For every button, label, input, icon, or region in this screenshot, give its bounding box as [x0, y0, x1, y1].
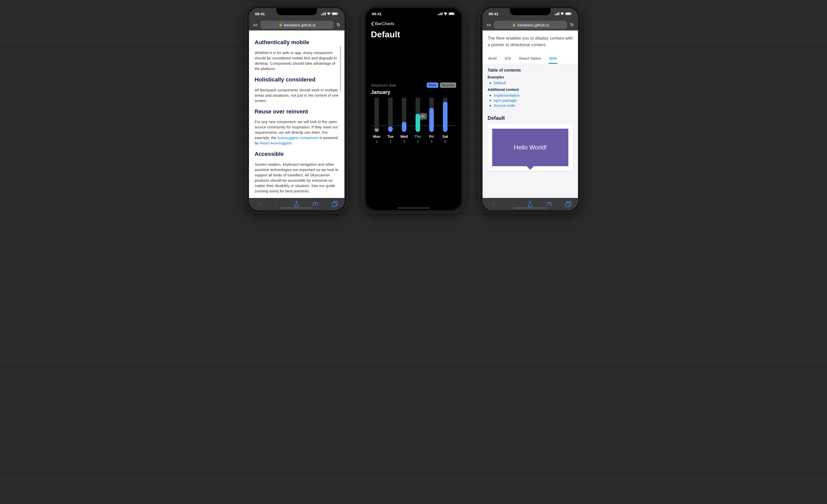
svg-rect-7	[332, 203, 336, 207]
toc-additional-heading: Additional content	[488, 88, 573, 92]
home-indicator[interactable]	[397, 207, 430, 209]
status-bar: 09:41	[366, 8, 461, 19]
svg-rect-22	[566, 203, 570, 207]
toc-link-default[interactable]: Default	[494, 81, 506, 85]
share-icon[interactable]	[294, 201, 299, 207]
url-field[interactable]: 🔒 backpack.github.io	[260, 21, 334, 29]
phone-center: 09:41 BarCharts Default Departure date P…	[363, 5, 464, 213]
bar-wed[interactable]: Wed 3	[400, 98, 408, 143]
heading-accessible: Accessible	[255, 150, 339, 158]
toc-link-implementation[interactable]: Implementation	[494, 93, 520, 97]
battery-icon	[332, 12, 338, 15]
bar-fri[interactable]: Fri 5	[427, 98, 436, 143]
tab-web[interactable]: Web	[548, 54, 557, 64]
platform-tabs: droid iOS React Native Web	[483, 53, 578, 64]
departure-date-label: Departure date	[371, 83, 396, 87]
wifi-icon	[443, 12, 447, 15]
status-bar: 09:41	[483, 8, 578, 19]
page-content: Authentically mobile Whether it is for w…	[249, 31, 344, 198]
bar-sat[interactable]: Sat 6	[441, 98, 449, 143]
bar-label: Sat	[442, 135, 448, 139]
toc-link-npm-package[interactable]: npm package	[494, 98, 517, 103]
forward-button[interactable]: 〉	[275, 200, 281, 208]
svg-rect-3	[325, 12, 326, 15]
bar-date: 3	[403, 140, 405, 143]
svg-rect-6	[338, 13, 338, 14]
svg-rect-9	[439, 13, 440, 15]
bar-label: Tue	[387, 135, 393, 139]
svg-rect-16	[556, 13, 557, 15]
nav-back[interactable]: BarCharts	[370, 19, 457, 29]
reload-button[interactable]: ↻	[335, 22, 342, 28]
tab-android[interactable]: droid	[488, 54, 497, 64]
battery-icon	[448, 12, 455, 15]
bar-thu-selected[interactable]: Thu 4	[414, 98, 422, 143]
page-title: Default	[370, 29, 457, 42]
bar-date: 1	[376, 140, 378, 143]
page-content: The flare enables you to display content…	[483, 31, 578, 198]
cellular-icon	[438, 12, 442, 15]
link-react-autosuggest[interactable]: React Autosuggest	[260, 141, 292, 145]
svg-rect-18	[558, 12, 559, 15]
toc-title: Table of contents	[488, 68, 573, 72]
reload-button[interactable]: ↻	[569, 22, 576, 28]
paragraph: Whether it is for web or app, every comp…	[255, 50, 339, 71]
clock: 09:41	[255, 12, 265, 16]
battery-icon	[565, 12, 572, 15]
address-bar: AA 🔒 backpack.github.io ↻	[483, 19, 578, 31]
tab-ios[interactable]: iOS	[504, 54, 512, 64]
tabs-icon[interactable]	[566, 201, 571, 207]
wifi-icon	[560, 12, 564, 15]
reader-button[interactable]: AA	[485, 22, 492, 28]
bar-date: 4	[417, 140, 419, 143]
bar-chart: £20 Mon 1 Tue 2	[371, 98, 456, 143]
phone-left: 09:41 AA 🔒 backpack.github.io ↻ Authenti…	[246, 5, 347, 213]
share-icon[interactable]	[528, 201, 533, 207]
legend: Price No price	[427, 83, 456, 88]
scrollbar[interactable]	[340, 46, 341, 92]
legend-noprice[interactable]: No price	[440, 83, 456, 88]
bar-tue[interactable]: Tue 2	[386, 98, 395, 143]
bookmarks-icon[interactable]	[312, 201, 319, 207]
home-indicator[interactable]	[514, 207, 547, 209]
paragraph: Screen readers, keyboard navigation and …	[255, 162, 339, 194]
text: .	[292, 141, 293, 145]
cellular-icon	[321, 12, 326, 15]
cellular-icon	[554, 12, 559, 15]
toc-examples-heading: Examples	[488, 75, 573, 79]
paragraph: For any new component, we will look to t…	[255, 119, 339, 146]
wifi-icon	[327, 12, 331, 15]
bar-mon[interactable]: Mon 1	[372, 98, 381, 143]
svg-rect-14	[454, 13, 455, 14]
back-button[interactable]: 〈	[256, 200, 261, 208]
reader-button[interactable]: AA	[251, 22, 259, 28]
svg-rect-20	[566, 13, 570, 15]
url-field[interactable]: 🔒 backpack.github.io	[494, 21, 567, 29]
lock-icon: 🔒	[512, 23, 516, 27]
toc-link-source-code[interactable]: Source code	[494, 103, 515, 108]
url-text: backpack.github.io	[518, 23, 549, 27]
status-bar: 09:41	[249, 8, 344, 19]
back-button[interactable]: 〈	[489, 200, 495, 208]
tab-react-native[interactable]: React Native	[519, 54, 541, 64]
bar-label: Mon	[373, 135, 381, 139]
paragraph: All Backpack components should work in m…	[255, 87, 339, 103]
legend-price[interactable]: Price	[427, 83, 438, 88]
heading-authentically-mobile: Authentically mobile	[255, 39, 339, 46]
month-label: January	[371, 89, 456, 95]
bar-date: 5	[431, 140, 432, 143]
home-indicator[interactable]	[280, 207, 313, 209]
lock-icon: 🔒	[279, 23, 283, 27]
tabs-icon[interactable]	[332, 201, 338, 207]
flare-example: Hello World!	[492, 129, 568, 166]
back-label: BarCharts	[375, 21, 394, 27]
status-icons	[438, 12, 455, 15]
svg-rect-13	[449, 13, 453, 15]
bookmarks-icon[interactable]	[546, 201, 552, 207]
svg-rect-21	[571, 13, 572, 14]
forward-button[interactable]: 〉	[508, 200, 514, 208]
chevron-left-icon	[371, 21, 375, 27]
link-autosuggest-component[interactable]: Autosuggest component	[277, 136, 318, 140]
bar-label: Fri	[429, 135, 434, 139]
bar-date: 6	[444, 140, 446, 143]
